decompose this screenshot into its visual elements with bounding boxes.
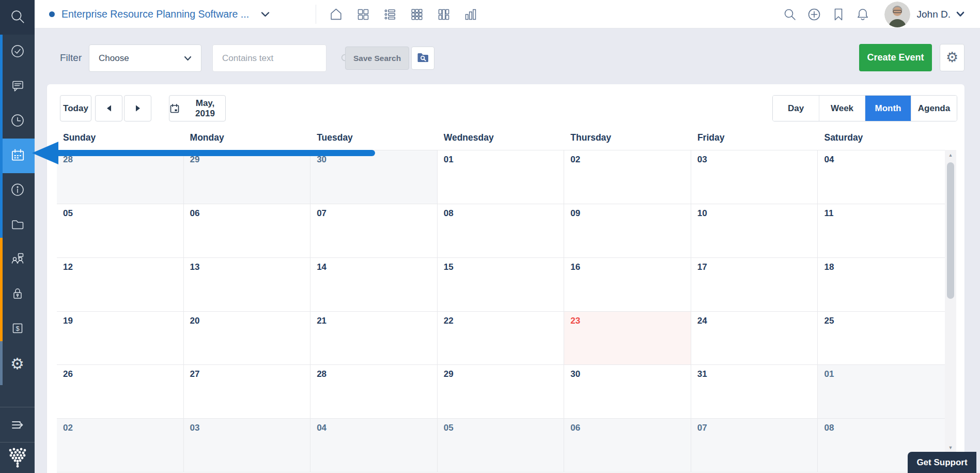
weekday-label: Monday xyxy=(184,128,311,147)
sidebar-item-calendar[interactable] xyxy=(0,139,35,173)
contains-text-field xyxy=(212,44,326,72)
info-icon xyxy=(10,182,25,200)
sidebar-item-messages[interactable] xyxy=(0,69,35,104)
sidebar-item-settings[interactable]: ⚙ xyxy=(0,346,35,381)
calendar-day-cell[interactable]: 07 xyxy=(691,419,818,472)
sidebar-divider-2 xyxy=(0,442,35,443)
calendar-day-cell[interactable]: 28 xyxy=(310,365,438,419)
calendar-day-cell[interactable]: 12 xyxy=(57,258,184,312)
calendar-day-cell[interactable]: 26 xyxy=(57,365,184,419)
calendar-day-cell[interactable]: 19 xyxy=(57,312,184,365)
app-logo[interactable] xyxy=(0,444,35,473)
today-button[interactable]: Today xyxy=(60,95,91,121)
stripe-orange xyxy=(0,238,3,341)
view-day-button[interactable]: Day xyxy=(773,96,819,121)
settings-button[interactable]: ⚙ xyxy=(940,44,965,71)
prev-month-button[interactable] xyxy=(95,95,122,121)
save-search-button[interactable]: Save Search xyxy=(345,47,409,70)
next-month-button[interactable] xyxy=(124,95,151,121)
grid-3x3-icon[interactable] xyxy=(410,8,424,21)
calendar-day-cell[interactable]: 17 xyxy=(691,258,818,312)
chat-icon xyxy=(10,78,25,96)
header-search-icon[interactable] xyxy=(783,7,797,22)
sidebar-item-info[interactable] xyxy=(0,173,35,208)
calendar-day-cell[interactable]: 04 xyxy=(818,150,945,204)
calendar-day-cell[interactable]: 28 xyxy=(57,150,184,204)
calendar-icon xyxy=(9,147,26,165)
scrollbar-thumb[interactable] xyxy=(947,162,954,299)
calendar-day-cell[interactable]: 05 xyxy=(57,204,184,258)
weekday-label: Tuesday xyxy=(310,128,438,147)
gear-icon: ⚙ xyxy=(10,356,24,372)
calendar-day-cell[interactable]: 08 xyxy=(438,204,565,258)
scroll-up-arrow[interactable]: ▲ xyxy=(945,150,956,160)
view-agenda-button[interactable]: Agenda xyxy=(911,96,957,121)
bar-chart-icon[interactable] xyxy=(464,8,477,21)
app-switcher[interactable]: Enterprise Resource Planning Software ..… xyxy=(49,0,270,28)
sidebar-divider xyxy=(0,407,35,407)
sidebar-collapse-button[interactable] xyxy=(0,408,35,443)
get-support-button[interactable]: Get Support xyxy=(908,452,976,473)
calendar-day-cell[interactable]: 04 xyxy=(310,419,438,472)
calendar-day-cell[interactable]: 30 xyxy=(310,150,438,204)
calendar-day-cell[interactable]: 29 xyxy=(438,365,565,419)
contains-text-input[interactable] xyxy=(213,45,340,71)
saved-searches-button[interactable] xyxy=(411,47,434,70)
calendar-day-cell[interactable]: 02 xyxy=(564,150,691,204)
calendar-day-cell[interactable]: 13 xyxy=(184,258,311,312)
calendar-day-cell[interactable]: 24 xyxy=(691,312,818,365)
calendar-day-cell[interactable]: 15 xyxy=(438,258,565,312)
calendar-day-cell[interactable]: 11 xyxy=(818,204,945,258)
calendar-day-cell[interactable]: 21 xyxy=(310,312,438,365)
calendar-day-cell[interactable]: 01 xyxy=(438,150,565,204)
view-month-button[interactable]: Month xyxy=(865,96,911,121)
avatar[interactable] xyxy=(884,2,910,27)
calendar-day-cell[interactable]: 05 xyxy=(438,419,565,472)
sidebar-item-tasks[interactable] xyxy=(0,35,35,69)
notifications-bell-icon[interactable] xyxy=(855,7,870,22)
calendar-day-cell[interactable]: 09 xyxy=(564,204,691,258)
sidebar-item-billing[interactable]: $ xyxy=(0,312,35,346)
chevron-down-icon[interactable] xyxy=(261,11,270,18)
filter-choose-select[interactable]: Choose xyxy=(89,44,201,72)
calendar-day-cell[interactable]: 25 xyxy=(818,312,945,365)
vertical-scrollbar[interactable]: ▲ ▼ xyxy=(945,150,956,472)
calendar-day-cell[interactable]: 06 xyxy=(184,204,311,258)
list-view-icon[interactable] xyxy=(383,8,397,21)
calendar-day-cell[interactable]: 31 xyxy=(691,365,818,419)
scroll-down-arrow[interactable]: ▼ xyxy=(945,443,956,453)
calendar-day-cell[interactable]: 18 xyxy=(818,258,945,312)
calendar-day-cell[interactable]: 06 xyxy=(564,419,691,472)
user-chevron-down-icon[interactable] xyxy=(956,11,965,17)
date-picker-button[interactable]: May, 2019 xyxy=(169,95,226,121)
sidebar-item-search[interactable] xyxy=(0,0,35,35)
calendar-day-cell[interactable]: 01 xyxy=(818,365,945,419)
sidebar-item-security[interactable] xyxy=(0,277,35,312)
calendar-day-cell[interactable]: 22 xyxy=(438,312,565,365)
lock-icon xyxy=(10,286,25,303)
sidebar-item-community[interactable] xyxy=(0,242,35,277)
user-name[interactable]: John D. xyxy=(917,9,951,20)
grid-2x2-icon[interactable] xyxy=(356,8,370,21)
calendar-day-cell[interactable]: 03 xyxy=(184,419,311,472)
calendar-day-cell[interactable]: 03 xyxy=(691,150,818,204)
calendar-day-cell[interactable]: 20 xyxy=(184,312,311,365)
bookmark-icon[interactable] xyxy=(831,7,846,22)
calendar-day-cell[interactable]: 14 xyxy=(310,258,438,312)
home-icon[interactable] xyxy=(329,7,343,21)
calendar-day-cell[interactable]: 23 xyxy=(564,312,691,365)
calendar-day-cell[interactable]: 29 xyxy=(184,150,311,204)
calendar-day-cell[interactable]: 16 xyxy=(564,258,691,312)
kanban-icon[interactable] xyxy=(437,8,450,21)
calendar-day-cell[interactable]: 10 xyxy=(691,204,818,258)
sidebar-item-documents[interactable] xyxy=(0,208,35,242)
calendar-day-cell[interactable]: 27 xyxy=(184,365,311,419)
calendar-day-cell[interactable]: 30 xyxy=(564,365,691,419)
add-icon[interactable] xyxy=(807,7,821,22)
weekday-label: Sunday xyxy=(57,128,184,147)
create-event-button[interactable]: Create Event xyxy=(859,44,932,71)
calendar-day-cell[interactable]: 07 xyxy=(310,204,438,258)
calendar-day-cell[interactable]: 02 xyxy=(57,419,184,472)
view-week-button[interactable]: Week xyxy=(819,96,865,121)
sidebar-item-history[interactable] xyxy=(0,104,35,139)
